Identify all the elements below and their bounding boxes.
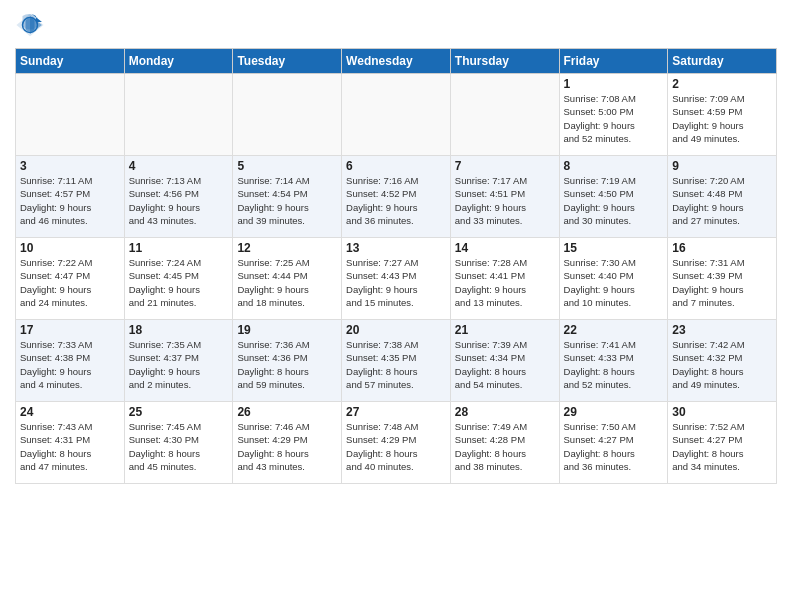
weekday-header: Thursday <box>450 49 559 74</box>
calendar-week-row: 10Sunrise: 7:22 AM Sunset: 4:47 PM Dayli… <box>16 238 777 320</box>
day-info: Sunrise: 7:13 AM Sunset: 4:56 PM Dayligh… <box>129 174 229 227</box>
calendar-week-row: 1Sunrise: 7:08 AM Sunset: 5:00 PM Daylig… <box>16 74 777 156</box>
weekday-header: Friday <box>559 49 668 74</box>
logo <box>15 10 49 40</box>
day-number: 10 <box>20 241 120 255</box>
calendar-week-row: 17Sunrise: 7:33 AM Sunset: 4:38 PM Dayli… <box>16 320 777 402</box>
day-info: Sunrise: 7:35 AM Sunset: 4:37 PM Dayligh… <box>129 338 229 391</box>
calendar-day-cell: 1Sunrise: 7:08 AM Sunset: 5:00 PM Daylig… <box>559 74 668 156</box>
day-number: 16 <box>672 241 772 255</box>
calendar-day-cell: 11Sunrise: 7:24 AM Sunset: 4:45 PM Dayli… <box>124 238 233 320</box>
calendar-day-cell <box>16 74 125 156</box>
day-number: 13 <box>346 241 446 255</box>
day-number: 25 <box>129 405 229 419</box>
day-number: 23 <box>672 323 772 337</box>
calendar-day-cell: 15Sunrise: 7:30 AM Sunset: 4:40 PM Dayli… <box>559 238 668 320</box>
day-info: Sunrise: 7:46 AM Sunset: 4:29 PM Dayligh… <box>237 420 337 473</box>
day-number: 29 <box>564 405 664 419</box>
day-number: 18 <box>129 323 229 337</box>
day-number: 26 <box>237 405 337 419</box>
calendar-day-cell <box>342 74 451 156</box>
day-number: 1 <box>564 77 664 91</box>
calendar-day-cell: 19Sunrise: 7:36 AM Sunset: 4:36 PM Dayli… <box>233 320 342 402</box>
calendar-header-row: SundayMondayTuesdayWednesdayThursdayFrid… <box>16 49 777 74</box>
day-info: Sunrise: 7:45 AM Sunset: 4:30 PM Dayligh… <box>129 420 229 473</box>
weekday-header: Tuesday <box>233 49 342 74</box>
day-info: Sunrise: 7:14 AM Sunset: 4:54 PM Dayligh… <box>237 174 337 227</box>
calendar-day-cell: 28Sunrise: 7:49 AM Sunset: 4:28 PM Dayli… <box>450 402 559 484</box>
day-info: Sunrise: 7:52 AM Sunset: 4:27 PM Dayligh… <box>672 420 772 473</box>
day-number: 22 <box>564 323 664 337</box>
calendar-day-cell: 12Sunrise: 7:25 AM Sunset: 4:44 PM Dayli… <box>233 238 342 320</box>
calendar-day-cell: 6Sunrise: 7:16 AM Sunset: 4:52 PM Daylig… <box>342 156 451 238</box>
calendar-day-cell: 4Sunrise: 7:13 AM Sunset: 4:56 PM Daylig… <box>124 156 233 238</box>
day-number: 30 <box>672 405 772 419</box>
day-info: Sunrise: 7:20 AM Sunset: 4:48 PM Dayligh… <box>672 174 772 227</box>
day-info: Sunrise: 7:31 AM Sunset: 4:39 PM Dayligh… <box>672 256 772 309</box>
calendar-day-cell: 27Sunrise: 7:48 AM Sunset: 4:29 PM Dayli… <box>342 402 451 484</box>
calendar-day-cell: 7Sunrise: 7:17 AM Sunset: 4:51 PM Daylig… <box>450 156 559 238</box>
calendar-day-cell: 24Sunrise: 7:43 AM Sunset: 4:31 PM Dayli… <box>16 402 125 484</box>
calendar-day-cell: 22Sunrise: 7:41 AM Sunset: 4:33 PM Dayli… <box>559 320 668 402</box>
calendar-day-cell: 14Sunrise: 7:28 AM Sunset: 4:41 PM Dayli… <box>450 238 559 320</box>
day-number: 20 <box>346 323 446 337</box>
calendar-day-cell: 9Sunrise: 7:20 AM Sunset: 4:48 PM Daylig… <box>668 156 777 238</box>
day-info: Sunrise: 7:28 AM Sunset: 4:41 PM Dayligh… <box>455 256 555 309</box>
day-number: 2 <box>672 77 772 91</box>
page-header <box>15 10 777 40</box>
calendar-day-cell: 16Sunrise: 7:31 AM Sunset: 4:39 PM Dayli… <box>668 238 777 320</box>
day-number: 9 <box>672 159 772 173</box>
day-info: Sunrise: 7:33 AM Sunset: 4:38 PM Dayligh… <box>20 338 120 391</box>
weekday-header: Monday <box>124 49 233 74</box>
calendar-day-cell <box>450 74 559 156</box>
calendar-day-cell: 5Sunrise: 7:14 AM Sunset: 4:54 PM Daylig… <box>233 156 342 238</box>
logo-icon <box>15 10 45 40</box>
calendar-day-cell: 29Sunrise: 7:50 AM Sunset: 4:27 PM Dayli… <box>559 402 668 484</box>
day-number: 12 <box>237 241 337 255</box>
calendar-day-cell: 26Sunrise: 7:46 AM Sunset: 4:29 PM Dayli… <box>233 402 342 484</box>
day-number: 5 <box>237 159 337 173</box>
calendar-day-cell: 3Sunrise: 7:11 AM Sunset: 4:57 PM Daylig… <box>16 156 125 238</box>
calendar-day-cell <box>233 74 342 156</box>
day-number: 14 <box>455 241 555 255</box>
calendar-day-cell <box>124 74 233 156</box>
day-number: 21 <box>455 323 555 337</box>
day-info: Sunrise: 7:09 AM Sunset: 4:59 PM Dayligh… <box>672 92 772 145</box>
weekday-header: Wednesday <box>342 49 451 74</box>
day-number: 4 <box>129 159 229 173</box>
calendar-day-cell: 10Sunrise: 7:22 AM Sunset: 4:47 PM Dayli… <box>16 238 125 320</box>
calendar-day-cell: 25Sunrise: 7:45 AM Sunset: 4:30 PM Dayli… <box>124 402 233 484</box>
day-info: Sunrise: 7:25 AM Sunset: 4:44 PM Dayligh… <box>237 256 337 309</box>
day-number: 15 <box>564 241 664 255</box>
calendar-day-cell: 20Sunrise: 7:38 AM Sunset: 4:35 PM Dayli… <box>342 320 451 402</box>
day-info: Sunrise: 7:08 AM Sunset: 5:00 PM Dayligh… <box>564 92 664 145</box>
weekday-header: Sunday <box>16 49 125 74</box>
calendar-day-cell: 17Sunrise: 7:33 AM Sunset: 4:38 PM Dayli… <box>16 320 125 402</box>
day-info: Sunrise: 7:24 AM Sunset: 4:45 PM Dayligh… <box>129 256 229 309</box>
day-info: Sunrise: 7:48 AM Sunset: 4:29 PM Dayligh… <box>346 420 446 473</box>
day-info: Sunrise: 7:17 AM Sunset: 4:51 PM Dayligh… <box>455 174 555 227</box>
day-number: 27 <box>346 405 446 419</box>
calendar-day-cell: 18Sunrise: 7:35 AM Sunset: 4:37 PM Dayli… <box>124 320 233 402</box>
calendar-day-cell: 8Sunrise: 7:19 AM Sunset: 4:50 PM Daylig… <box>559 156 668 238</box>
day-number: 6 <box>346 159 446 173</box>
day-info: Sunrise: 7:16 AM Sunset: 4:52 PM Dayligh… <box>346 174 446 227</box>
day-number: 3 <box>20 159 120 173</box>
day-number: 11 <box>129 241 229 255</box>
day-number: 17 <box>20 323 120 337</box>
day-info: Sunrise: 7:30 AM Sunset: 4:40 PM Dayligh… <box>564 256 664 309</box>
day-info: Sunrise: 7:36 AM Sunset: 4:36 PM Dayligh… <box>237 338 337 391</box>
day-number: 28 <box>455 405 555 419</box>
calendar-day-cell: 23Sunrise: 7:42 AM Sunset: 4:32 PM Dayli… <box>668 320 777 402</box>
calendar-day-cell: 2Sunrise: 7:09 AM Sunset: 4:59 PM Daylig… <box>668 74 777 156</box>
calendar-day-cell: 13Sunrise: 7:27 AM Sunset: 4:43 PM Dayli… <box>342 238 451 320</box>
calendar-week-row: 3Sunrise: 7:11 AM Sunset: 4:57 PM Daylig… <box>16 156 777 238</box>
calendar-table: SundayMondayTuesdayWednesdayThursdayFrid… <box>15 48 777 484</box>
day-info: Sunrise: 7:50 AM Sunset: 4:27 PM Dayligh… <box>564 420 664 473</box>
day-info: Sunrise: 7:49 AM Sunset: 4:28 PM Dayligh… <box>455 420 555 473</box>
day-info: Sunrise: 7:42 AM Sunset: 4:32 PM Dayligh… <box>672 338 772 391</box>
calendar-day-cell: 21Sunrise: 7:39 AM Sunset: 4:34 PM Dayli… <box>450 320 559 402</box>
day-info: Sunrise: 7:22 AM Sunset: 4:47 PM Dayligh… <box>20 256 120 309</box>
day-number: 8 <box>564 159 664 173</box>
weekday-header: Saturday <box>668 49 777 74</box>
